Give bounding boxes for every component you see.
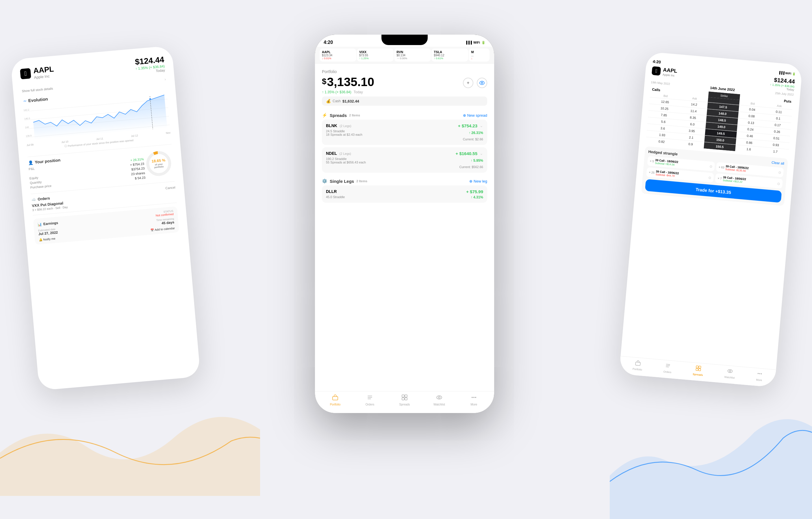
watchlist-icon [436,394,442,402]
ticker-tsla[interactable]: TSLA $940.12 ↑ 0.61% [431,49,468,62]
chart-date-4: Jul 12 [131,134,138,138]
ticker-m[interactable]: M ... ↓ [469,49,490,62]
options-chain: Calls Strike Puts Bid Ask Bid Ask 12.65 [645,86,793,156]
portfolio-icon [332,394,338,402]
right-nav-orders[interactable]: Orders [663,363,672,374]
cancel-button[interactable]: Cancel [165,185,175,190]
leg2-close-icon[interactable]: ⊙ [778,170,781,175]
svg-point-20 [438,397,440,398]
pl-value: + $754.23 [130,162,144,166]
add-button[interactable]: + [463,78,473,88]
single-legs-count: 2 Items [356,179,367,183]
ticker-vixx[interactable]: VIXX $73.55 ↑ 1.25% [357,49,394,62]
earnings-icon: 📊 [37,222,42,226]
earnings-label: Earnings [43,221,58,226]
right-nav-portfolio-label: Portfolio [633,367,642,371]
right-status-icons: ▐▐▐ WiFi 🔋 [778,71,796,75]
center-bottom-nav: Portfolio Orders [315,391,494,413]
svg-rect-28 [696,368,698,371]
right-bottom-nav: Portfolio Orders [619,356,776,388]
blnk-type: 24.5 Straddle [326,129,362,133]
new-leg-button[interactable]: ⊕ New leg [469,179,487,183]
leg3-count: × 25 [649,171,655,175]
leg1-close-icon[interactable]: ⊙ [709,164,712,169]
svg-rect-19 [405,398,407,400]
nav-orders[interactable]: Orders [361,394,379,406]
leg2-count: × 63 [718,165,724,169]
right-portfolio-icon [635,360,641,368]
svg-rect-25 [635,362,640,365]
svg-point-23 [473,397,474,398]
chart-date-1: Jul 09 [27,143,34,147]
right-nav-portfolio[interactable]: Portfolio [633,360,643,371]
orders-label: Orders [37,196,50,202]
chart-date-2: Jul 10 [61,140,68,144]
ticker-rvn[interactable]: RVN $0.134 → 0.00% [394,49,431,62]
nav-watchlist-label: Watchlist [433,403,445,406]
ndel-spread-item[interactable]: NDEL (2 Legs) + $1640.55 ⌄ 190.2 Straddl… [322,147,487,173]
purchase-label: Purchase price [30,184,52,189]
right-watchlist-icon [727,368,733,376]
left-phone:  AAPL Apple Inc $124.44 ↑ 1.35% (+ $36.… [10,45,201,391]
nav-more[interactable]: More [465,394,483,406]
notify-button[interactable]: 🔔 Notify me [39,237,56,241]
position-icon: 👤 [28,160,33,165]
svg-text:139.9: 139.9 [26,134,32,138]
blnk-current: Current: $2.66 [463,138,483,141]
blnk-spread-item[interactable]: BLNK (2 Legs) + $754.23 ⌄ 24.5 Straddle … [322,120,487,145]
pl-label: P&L [29,167,35,171]
leg4-close-icon[interactable]: ⊙ [777,181,780,186]
chart-date-3: Jul 11 [96,137,104,141]
svg-point-24 [475,397,476,398]
dllr-value: + $75.99 [466,189,483,194]
date1: 19th May 2022 [651,81,670,86]
eye-button[interactable] [477,78,487,88]
nav-watchlist[interactable]: Watchlist [431,394,448,406]
right-nav-watchlist[interactable]: Watchlist [724,368,735,379]
right-nav-spreads-label: Spreads [693,373,703,377]
left-ticker: AAPL [33,65,54,75]
ndel-chevron: ⌄ [480,151,483,156]
quantity-label: Quantity [30,180,42,185]
dllr-leg-item[interactable]: DLLR + $75.99 45.0 Straddle ↑ 4.31% [322,185,487,203]
ndel-current: Current: $562.66 [459,165,483,169]
blnk-sub: 18 Spreads at $2.43 each [326,133,362,136]
svg-rect-15 [332,397,338,400]
center-phone: 4:20 ▐▐▐ WiFi 🔋 AAPL $123.34 ↓ 0.01% VIX… [315,35,494,413]
single-legs-section: ⚙️ Single Legs 2 Items ⊕ New leg DLLR + … [315,177,494,207]
right-nav-more-label: More [756,378,762,382]
ticker-strip: AAPL $123.34 ↓ 0.01% VIXX $73.55 ↑ 1.25%… [315,47,494,64]
spreads-icon: ⚡ [322,113,327,118]
nav-portfolio[interactable]: Portfolio [326,394,344,406]
portfolio-period: Today [354,90,363,94]
nav-more-label: More [471,403,477,406]
quantity-value: 23 shares [131,171,145,176]
nav-spreads[interactable]: Spreads [396,394,413,406]
portfolio-label: Portfolio [322,69,374,74]
svg-rect-26 [696,366,698,368]
svg-point-34 [760,373,762,374]
position-title: Your position [35,158,61,164]
right-nav-spreads[interactable]: Spreads [693,365,704,377]
calendar-button[interactable]: 📅 Add to calendar [150,226,175,232]
portfolio-donut: 18.65 % of yourportfolio [143,148,174,179]
ticker-aapl[interactable]: AAPL $123.34 ↓ 0.01% [320,49,356,62]
dllr-type: 45.0 Straddle [326,195,345,199]
leg3-close-icon[interactable]: ⊙ [708,175,712,180]
svg-point-22 [472,397,473,398]
show-details-link[interactable]: Show full stock details [22,87,53,93]
leg4-count: × 7 [718,177,722,180]
right-more-icon [756,371,762,378]
hedged-strangle-section: Hedged strangle Clear all × 5 39 Call - … [641,146,788,206]
single-legs-label: Single Legs [330,179,354,184]
single-legs-icon: ⚙️ [322,179,327,184]
new-spread-button[interactable]: ⊕ New spread [463,113,487,118]
cash-label: Cash [332,99,341,103]
svg-point-14 [482,82,483,84]
nav-spreads-label: Spreads [399,403,410,406]
svg-point-30 [729,370,731,372]
clear-all-button[interactable]: Clear all [771,160,784,165]
leg1-count: × 5 [649,159,654,163]
svg-text:140: 140 [25,126,29,129]
right-nav-more[interactable]: More [756,371,763,382]
